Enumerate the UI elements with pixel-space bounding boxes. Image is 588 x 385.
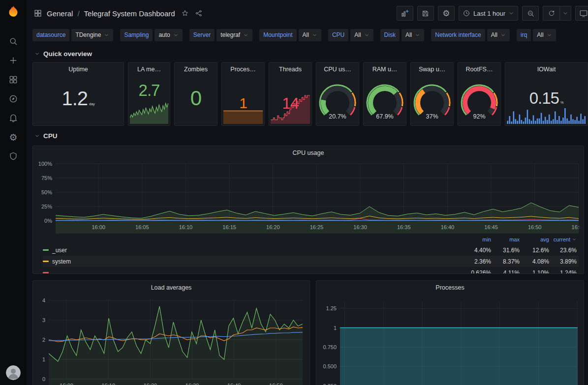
series-toggle[interactable]: system [43, 258, 464, 265]
stat-current: 1.24% [549, 269, 577, 274]
panel-title[interactable]: CPU us… [316, 62, 359, 76]
add-panel-button[interactable] [397, 6, 413, 21]
variable-label: irq [517, 29, 531, 41]
panel-title[interactable]: Load averages [33, 281, 309, 295]
stat-max: 31.6% [491, 247, 520, 254]
variable-value-dropdown[interactable]: telegraf [217, 29, 252, 41]
configuration-gear-icon[interactable]: ⚙ [8, 132, 19, 143]
chevron-down-icon [34, 133, 40, 139]
variable-label: Mountpoint [259, 29, 296, 41]
sidebar-menu: ⚙ [8, 36, 19, 162]
sparkline [507, 108, 586, 124]
monitor-icon [579, 9, 588, 18]
alerting-bell-icon[interactable] [8, 113, 19, 123]
stat-value: 1 [239, 95, 247, 111]
variable-value-dropdown[interactable]: All [487, 29, 510, 41]
variable-sampling: Sampling auto [120, 29, 182, 41]
bottom-panels: Load averages 0123416:0016:1016:2016:301… [32, 280, 588, 385]
variable-value-dropdown[interactable]: All [350, 29, 373, 41]
search-icon[interactable] [8, 36, 19, 47]
variable-value-dropdown[interactable]: auto [155, 29, 182, 41]
legend-col-min[interactable]: min [464, 237, 491, 242]
dashboard-settings-button[interactable]: ⚙ [438, 6, 455, 21]
variable-label: Server [189, 29, 215, 41]
svg-text:0: 0 [42, 376, 45, 382]
zoom-out-button[interactable] [522, 6, 539, 21]
svg-text:0%: 0% [44, 218, 52, 224]
variable-label: Network interface [431, 29, 485, 41]
time-range-label: Last 1 hour [473, 10, 505, 17]
share-icon[interactable] [195, 9, 203, 17]
panel-title[interactable]: LA me… [128, 62, 170, 76]
grafana-logo[interactable] [5, 4, 22, 21]
chevron-down-icon [364, 32, 370, 38]
load-averages-chart[interactable]: 0123416:0016:1016:2016:3016:4016:50 [37, 295, 306, 385]
chevron-down-icon [243, 32, 248, 38]
clock-icon [463, 9, 470, 17]
dashboard-title[interactable]: Telegraf System Dashboard [84, 9, 175, 18]
section-cpu[interactable]: CPU [27, 126, 588, 146]
panel-uptime: Uptime 1.2day [32, 62, 124, 126]
panel-processes: Processes 0.2500.5000.75011.25 [316, 280, 584, 385]
variable-value-dropdown[interactable]: All [299, 29, 321, 41]
legend-col-current[interactable]: current [549, 237, 577, 242]
panel-title[interactable]: Uptime [33, 62, 124, 76]
apps-grid-icon[interactable] [33, 9, 42, 18]
series-color-chip [43, 272, 49, 273]
svg-text:1.25: 1.25 [326, 305, 337, 311]
svg-text:4: 4 [42, 297, 45, 303]
panel-iowait: IOWait 0.15% [505, 62, 588, 126]
panel-processes-stat: Proces… 1 [221, 62, 265, 126]
legend-col-max[interactable]: max [491, 237, 520, 242]
variable-label: Disk [380, 29, 400, 41]
panel-title[interactable]: CPU usage [33, 146, 584, 160]
chevron-down-icon [415, 32, 420, 38]
star-icon[interactable] [181, 9, 189, 17]
panel-title[interactable]: IOWait [505, 62, 588, 76]
server-admin-shield-icon[interactable] [8, 151, 19, 162]
panel-title[interactable]: RAM u… [364, 62, 406, 76]
refresh-interval-caret[interactable] [559, 6, 571, 21]
tv-mode-button[interactable] [575, 6, 588, 21]
variable-irq: irq All [517, 29, 556, 41]
chevron-down-icon [500, 32, 506, 38]
breadcrumb-folder[interactable]: General [47, 9, 73, 18]
save-dashboard-button[interactable] [417, 6, 434, 21]
panel-title[interactable]: Threads [269, 62, 311, 76]
gauge-value: 92% [459, 113, 499, 120]
svg-text:100%: 100% [38, 161, 52, 167]
section-quick-overview[interactable]: Quick overview [27, 45, 588, 62]
add-icon[interactable] [8, 55, 19, 66]
series-color-chip [43, 249, 49, 251]
explore-compass-icon[interactable] [8, 93, 19, 104]
svg-text:3: 3 [42, 317, 45, 323]
panel-title[interactable]: Proces… [222, 62, 264, 76]
template-variables-row: datasource TDengine Sampling auto Server… [27, 27, 588, 45]
svg-text:0.500: 0.500 [323, 363, 337, 369]
variable-value-dropdown[interactable]: TDengine [71, 29, 113, 41]
time-picker-button[interactable]: Last 1 hour [459, 6, 518, 21]
series-toggle[interactable] [43, 272, 464, 273]
panel-title[interactable]: Processes [316, 281, 584, 295]
stat-current: 23.6% [549, 247, 577, 254]
panel-cpu-usage-gauge: CPU us… 20.7% [316, 62, 359, 126]
sidebar: ⚙ [0, 0, 27, 385]
cpu-usage-chart[interactable]: 0%25%50%75%100%16:0016:0516:1016:1516:20… [37, 160, 580, 234]
variable-value-dropdown[interactable]: All [533, 29, 556, 41]
chevron-down-icon [508, 10, 514, 16]
chart-legend: min max avg current _user 4.40% 31.6% 12… [33, 234, 584, 273]
panel-title[interactable]: Zombies [175, 62, 217, 76]
panel-title[interactable]: RootFS… [458, 62, 500, 76]
sort-caret-icon [572, 237, 577, 242]
panel-title[interactable]: Swap u… [411, 62, 453, 76]
dashboards-icon[interactable] [8, 74, 19, 85]
panel-ram-usage-gauge: RAM u… 67.9% [363, 62, 406, 126]
svg-text:0.750: 0.750 [323, 344, 337, 350]
variable-value-dropdown[interactable]: All [402, 29, 424, 41]
series-toggle[interactable]: _user [43, 247, 464, 254]
processes-chart[interactable]: 0.2500.5000.75011.25 [320, 295, 580, 385]
refresh-button[interactable] [543, 6, 559, 21]
variable-cpu: CPU All [328, 29, 373, 41]
legend-col-avg[interactable]: avg [520, 237, 549, 242]
user-avatar[interactable] [6, 365, 21, 380]
